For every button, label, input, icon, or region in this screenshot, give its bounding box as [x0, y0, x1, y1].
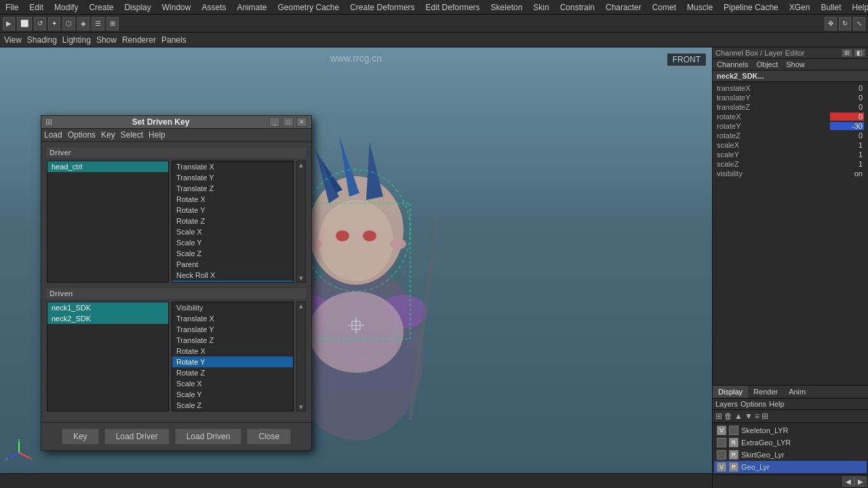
layer-subtab-options[interactable]: Options: [741, 400, 766, 408]
layer-render-btn[interactable]: R: [729, 462, 738, 472]
channel-box-icon-1[interactable]: ⊞: [842, 49, 852, 57]
channel-attribute-row[interactable]: rotateZ0: [714, 131, 867, 140]
menu-edit[interactable]: Edit: [24, 1, 49, 14]
menu-skin[interactable]: Skin: [528, 1, 554, 14]
layer-down-icon[interactable]: ▼: [745, 411, 753, 421]
driver-attr-item[interactable]: Neck Roll Y: [172, 281, 293, 283]
sdk-titlebar[interactable]: ⊞ Set Driven Key _ □ ✕: [41, 116, 311, 129]
channel-attr-value[interactable]: on: [830, 169, 864, 178]
sdk-close-dialog-btn[interactable]: Close: [247, 428, 291, 445]
sdk-menu-select[interactable]: Select: [121, 130, 143, 140]
driver-attr-item[interactable]: Rotate X: [172, 194, 293, 205]
driven-attr-item[interactable]: Visibility: [172, 302, 293, 313]
layer-row[interactable]: RExtraGeo_LYR: [714, 436, 867, 449]
channel-attribute-row[interactable]: translateX0: [714, 83, 867, 93]
layer-tab-display[interactable]: Display: [713, 386, 748, 398]
menu-window[interactable]: Window: [157, 1, 197, 14]
sdk-menu-help[interactable]: Help: [149, 130, 165, 140]
viewport[interactable]: FRONT www.rrcg.cn ⊞ Set Driven Key _ □ ✕…: [0, 47, 712, 488]
toolbar-btn-4[interactable]: ✦: [48, 17, 60, 30]
driven-node-item[interactable]: neck1_SDK: [47, 302, 168, 313]
driver-attr-item[interactable]: Scale X: [172, 226, 293, 237]
menu-display[interactable]: Display: [119, 1, 156, 14]
channel-attr-value[interactable]: -30: [830, 122, 864, 130]
menu-assets[interactable]: Assets: [196, 1, 231, 14]
channel-attribute-row[interactable]: visibilityon: [714, 169, 867, 178]
toolbar-btn-6[interactable]: ◈: [77, 17, 90, 30]
scroll-down-icon-2[interactable]: ▼: [298, 403, 304, 411]
driver-attr-item[interactable]: Rotate Z: [172, 216, 293, 226]
toolbar-btn-5[interactable]: ⬡: [62, 17, 75, 30]
menu-pipeline-cache[interactable]: Pipeline Cache: [718, 1, 784, 14]
driver-attr-item[interactable]: Translate X: [172, 161, 293, 172]
menu-file[interactable]: File: [0, 1, 24, 14]
layer-row[interactable]: VRGeo_Lyr: [714, 461, 867, 473]
channel-attr-value[interactable]: 0: [830, 84, 864, 92]
toolbar-btn-rotate[interactable]: ↻: [839, 17, 851, 30]
driver-attr-item[interactable]: Neck Roll X: [172, 270, 293, 281]
sdk-minimize-btn[interactable]: _: [269, 117, 280, 127]
layer-row[interactable]: RSkirtGeo_Lyr: [714, 449, 867, 461]
scroll-up-icon[interactable]: ▲: [298, 161, 304, 169]
menu-skeleton[interactable]: Skeleton: [486, 1, 528, 14]
scroll-down-icon[interactable]: ▼: [298, 274, 304, 282]
driven-attr-item[interactable]: Scale Z: [172, 400, 293, 411]
channel-attr-value[interactable]: 0: [830, 103, 864, 111]
driver-attr-item[interactable]: Translate Y: [172, 172, 293, 183]
toolbar-btn-3[interactable]: ↺: [34, 17, 46, 30]
driven-attr-item[interactable]: Rotate Z: [172, 367, 293, 378]
menu-create[interactable]: Create: [83, 1, 119, 14]
sdk-maximize-btn[interactable]: □: [283, 117, 294, 127]
submenu-show[interactable]: Show: [96, 35, 117, 45]
scroll-up-icon-2[interactable]: ▲: [298, 302, 304, 310]
channel-attr-value[interactable]: 0: [830, 94, 864, 102]
driver-attr-item[interactable]: Parent: [172, 259, 293, 270]
layer-subtab-help[interactable]: Help: [769, 400, 785, 408]
driven-nodes-list[interactable]: neck1_SDKneck2_SDK: [47, 302, 169, 411]
channel-attribute-row[interactable]: rotateX0: [714, 112, 867, 121]
driver-attr-item[interactable]: Scale Y: [172, 237, 293, 248]
driver-attr-item[interactable]: Translate Z: [172, 183, 293, 194]
channel-attr-value[interactable]: 0: [830, 131, 864, 140]
sdk-load-driver-btn[interactable]: Load Driver: [104, 428, 170, 445]
channel-attribute-row[interactable]: rotateY-30: [714, 121, 867, 131]
submenu-view[interactable]: View: [4, 35, 22, 45]
driven-attr-item[interactable]: Translate Y: [172, 324, 293, 335]
toolbar-btn-scale[interactable]: ⤡: [853, 17, 865, 30]
layer-render-btn[interactable]: R: [729, 438, 738, 447]
layer-render-btn[interactable]: [729, 426, 738, 435]
driven-attr-item[interactable]: Translate X: [172, 313, 293, 324]
channel-attribute-row[interactable]: translateZ0: [714, 102, 867, 112]
driven-attributes-list[interactable]: VisibilityTranslate XTranslate YTranslat…: [172, 302, 294, 411]
layer-visibility-btn[interactable]: [717, 438, 726, 447]
menu-muscle[interactable]: Muscle: [682, 1, 718, 14]
driven-attr-item[interactable]: Translate Z: [172, 335, 293, 346]
driven-node-item[interactable]: neck2_SDK: [47, 313, 168, 324]
layer-sort-icon[interactable]: ≡: [755, 411, 760, 421]
channel-box-icon-2[interactable]: ◧: [854, 49, 865, 57]
driven-attr-item[interactable]: Scale Y: [172, 389, 293, 400]
toolbar-btn-8[interactable]: ⊞: [106, 17, 119, 30]
layer-subtab-layers[interactable]: Layers: [715, 400, 738, 408]
layer-render-btn[interactable]: R: [729, 450, 738, 460]
channel-tab-object[interactable]: Object: [752, 59, 782, 70]
submenu-lighting[interactable]: Lighting: [62, 35, 91, 45]
menu-xgen[interactable]: XGen: [784, 1, 816, 14]
menu-character[interactable]: Character: [600, 1, 647, 14]
layer-tab-anim[interactable]: Anim: [783, 386, 811, 398]
channel-tab-channels[interactable]: Channels: [713, 59, 752, 70]
driver-nodes-list[interactable]: head_ctrl: [47, 161, 169, 283]
layer-visibility-btn[interactable]: [717, 450, 726, 460]
toolbar-btn-move[interactable]: ✥: [825, 17, 837, 30]
channel-attribute-row[interactable]: scaleX1: [714, 140, 867, 150]
layer-delete-icon[interactable]: 🗑: [724, 411, 732, 421]
nav-prev-btn[interactable]: ◀: [842, 476, 854, 487]
layer-visibility-btn[interactable]: V: [717, 462, 726, 472]
layer-tab-render[interactable]: Render: [748, 386, 783, 398]
channel-attr-value[interactable]: 1: [830, 150, 864, 159]
driver-attr-item[interactable]: Rotate Y: [172, 205, 293, 216]
nav-next-btn[interactable]: ▶: [854, 476, 867, 487]
sdk-load-driven-btn[interactable]: Load Driven: [175, 428, 242, 445]
toolbar-btn-1[interactable]: ▶: [3, 17, 15, 30]
channel-attr-value[interactable]: 1: [830, 160, 864, 168]
